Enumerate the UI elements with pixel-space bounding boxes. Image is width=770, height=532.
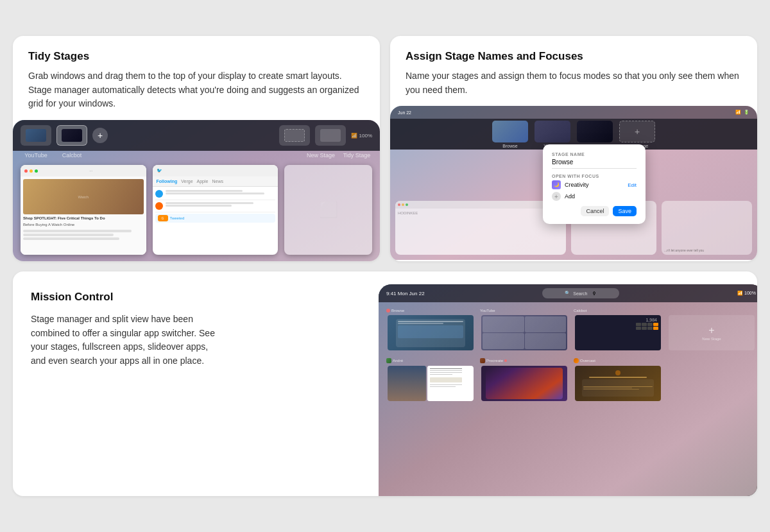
text-line-3	[23, 237, 119, 240]
mission-label-procreate: Procreate	[480, 357, 569, 365]
popup-edit-button[interactable]: Edit	[628, 182, 637, 188]
mission-time: 9:41 Mon Jun 22	[386, 291, 425, 296]
text-line-1	[23, 230, 132, 232]
mission-stage-procreate[interactable]: Procreate	[480, 357, 569, 402]
calc-btn-7	[647, 327, 653, 330]
mission-search-bar[interactable]: 🔍 Search 🎙	[542, 288, 619, 298]
assign-label-browse: Browse	[502, 144, 517, 148]
assign-stages-text: Assign Stage Names and Focuses Name your…	[390, 36, 757, 106]
tab-apple[interactable]: Apple	[197, 179, 209, 184]
tweet-item-2	[155, 200, 276, 212]
mission-stage-empty	[667, 357, 756, 402]
tweet-text-2	[166, 202, 276, 210]
focus-creativity-icon: 🌙	[552, 180, 561, 189]
mission-control-desc: Stage manager and split view have been c…	[31, 313, 219, 368]
stage-add-button[interactable]: +	[92, 128, 108, 143]
mission-screen: 9:41 Mon Jun 22 🔍 Search 🎙 📶 100%	[379, 284, 757, 496]
assign-ipad-mockup: Jun 22 📶 🔋 Browse YouTube	[390, 106, 757, 260]
popup-cancel-button[interactable]: Cancel	[581, 206, 609, 216]
stage-thumb-calcbot[interactable]	[56, 125, 87, 146]
empty-thumb	[669, 365, 755, 400]
calc-btn-4	[653, 323, 658, 326]
stage-labels: YouTube Calcbot New Stage Tidy Stage	[13, 152, 380, 159]
mission-label-new	[667, 307, 756, 314]
assign-stages-desc: Name your stages and assign them to focu…	[406, 69, 742, 97]
mission-stage-overcast[interactable]: Overcast	[574, 357, 662, 402]
stage-thumb-new[interactable]	[279, 125, 310, 146]
calc-row-1	[636, 323, 658, 326]
status-icons: 📶 🔋	[735, 110, 749, 115]
mission-stage-browse[interactable]: Browse	[386, 307, 475, 352]
tab-news[interactable]: News	[212, 179, 223, 184]
mission-label-empty	[667, 357, 756, 363]
article-window-header: ···	[21, 165, 146, 176]
mission-stage-new[interactable]: + New Stage	[667, 307, 756, 352]
twitter-window-header: 🐦	[153, 165, 278, 176]
status-time: Jun 22	[398, 110, 411, 115]
stage-thumb-youtube[interactable]	[21, 125, 51, 146]
overcast-content	[579, 368, 657, 400]
yt-cell-4	[525, 333, 567, 349]
calc-btn-6	[642, 327, 647, 330]
tab-following[interactable]: Following	[157, 179, 178, 184]
ghost-window: ⬜	[284, 165, 372, 255]
win-minimize[interactable]	[30, 169, 33, 173]
stage-thumb-tidy[interactable]	[315, 125, 346, 146]
popup-box: STAGE NAME Browse OPEN WITH FOCUS 🌙 Crea…	[543, 144, 646, 224]
label-new-stage: New Stage	[305, 152, 336, 159]
label-calcbot: Calcbot	[56, 152, 87, 159]
win-maximize[interactable]	[35, 169, 38, 173]
search-text: Search	[573, 291, 587, 296]
win-close[interactable]	[24, 169, 28, 173]
mic-icon: 🎙	[592, 291, 597, 296]
popup-focus-label: OPEN WITH FOCUS	[552, 174, 637, 178]
mission-ipad-mockup: 9:41 Mon Jun 22 🔍 Search 🎙 📶 100%	[379, 284, 757, 496]
mission-control-title: Mission Control	[31, 291, 219, 304]
article-window-content: Watch Shop SPOTLIGHT: Five Critical Thin…	[21, 176, 146, 255]
mission-control-text: Mission Control Stage manager and split …	[13, 271, 237, 388]
calc-row-2	[636, 327, 658, 330]
overcast-thumb	[575, 366, 661, 401]
assign-stages-image: Jun 22 📶 🔋 Browse YouTube	[390, 106, 757, 260]
new-stage-thumb: + New Stage	[669, 315, 755, 350]
calcbot-thumb: 1,984	[575, 315, 661, 350]
assign-tab-browse[interactable]: Browse	[492, 121, 528, 148]
text-line-2	[23, 234, 114, 236]
andre-thumb	[388, 366, 474, 401]
tab-verge[interactable]: Verge	[181, 179, 193, 184]
youtube-thumb	[481, 315, 567, 350]
procreate-thumb	[481, 366, 567, 401]
popup-add-row: + Add	[552, 192, 637, 201]
popup-stage-name-input[interactable]: Browse	[552, 159, 637, 169]
calc-btn-8	[653, 327, 658, 330]
wifi-icon: 📶	[735, 110, 741, 115]
battery-icon: 🔋	[744, 110, 749, 115]
mission-label-youtube: YouTube	[480, 307, 569, 314]
assign-stages-card: Assign Stage Names and Focuses Name your…	[390, 36, 757, 261]
tidy-stages-image: + 📶 100% YouTube Calcbot New	[13, 120, 380, 261]
mission-top-bar: 9:41 Mon Jun 22 🔍 Search 🎙 📶 100%	[379, 284, 757, 302]
tidy-stages-title: Tidy Stages	[28, 50, 364, 63]
tidy-ipad-mockup: + 📶 100% YouTube Calcbot New	[13, 120, 380, 261]
mission-stage-youtube[interactable]: YouTube	[480, 307, 569, 352]
popup-save-button[interactable]: Save	[613, 206, 637, 216]
mission-label-andre: André	[386, 357, 475, 365]
stage-name-popup: STAGE NAME Browse OPEN WITH FOCUS 🌙 Crea…	[543, 144, 646, 224]
new-stage-plus-icon: +	[708, 325, 714, 336]
article-thumbnail: Watch	[23, 179, 144, 214]
mission-control-card: Mission Control Stage manager and split …	[13, 271, 757, 496]
windows-area: ··· Watch Shop SPOTLIGHT: Five Critical …	[13, 159, 380, 261]
focus-creativity-name: Creativity	[565, 182, 624, 188]
add-focus-icon[interactable]: +	[552, 192, 561, 201]
yt-cell-2	[525, 316, 567, 332]
bg-window-3: ...n't let anyone ever tell you	[662, 201, 752, 255]
mission-stage-calcbot[interactable]: Calcbot 1,984	[574, 307, 662, 352]
popup-focus-row: 🌙 Creativity Edit	[552, 180, 637, 189]
mission-label-calcbot: Calcbot	[574, 307, 662, 314]
article-window: ··· Watch Shop SPOTLIGHT: Five Critical …	[21, 165, 146, 255]
search-icon: 🔍	[565, 291, 570, 296]
browse-thumb	[388, 315, 474, 350]
mission-stage-andre[interactable]: André	[386, 357, 475, 402]
mission-status: 📶 100%	[737, 291, 756, 296]
twitter-tab-bar: Following Verge Apple News	[153, 176, 278, 187]
